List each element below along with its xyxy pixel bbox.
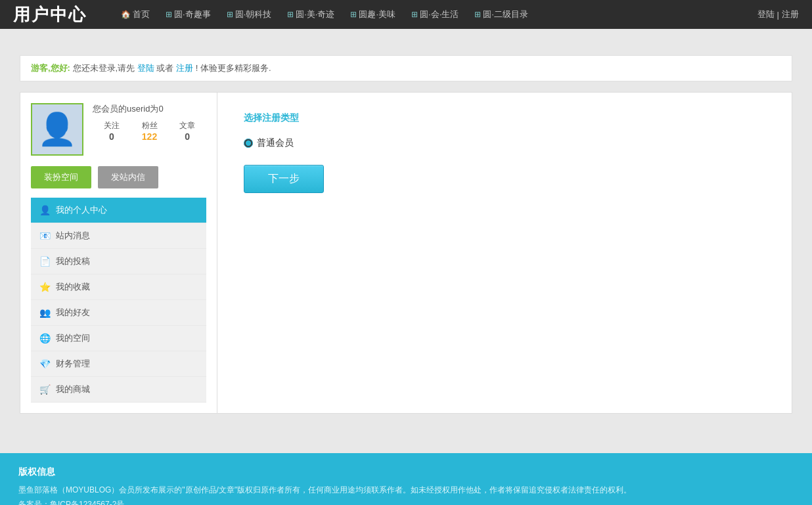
nav-item-qiqu[interactable]: ⊞ 圆·奇趣事 — [158, 9, 219, 20]
register-link[interactable]: 注册 — [782, 9, 799, 20]
guest-login-link[interactable]: 登陆 — [137, 63, 154, 73]
nav-item-shenghuo[interactable]: ⊞ 圆·会·生活 — [403, 9, 466, 20]
stats-row: 关注 0 粉丝 122 文章 0 — [93, 120, 206, 142]
messages-icon: 📧 — [39, 231, 51, 241]
sidebar-item-favorites[interactable]: ⭐ 我的收藏 — [31, 274, 206, 300]
footer: 版权信息 墨鱼部落格（MOYUBLOG）会员所发布展示的"原创作品/文章"版权归… — [0, 453, 812, 505]
grid-icon-4: ⊞ — [350, 10, 357, 19]
main-nav: 🏠 首页 ⊞ 圆·奇趣事 ⊞ 圆·朝科技 ⊞ 圆·美·奇迹 ⊞ 圆趣·美味 ⊞ … — [113, 9, 757, 20]
nav-item-home[interactable]: 🏠 首页 — [113, 9, 158, 20]
sidebar-item-messages[interactable]: 📧 站内消息 — [31, 223, 206, 249]
auth-divider: | — [777, 10, 779, 20]
shop-icon: 🛒 — [39, 384, 51, 395]
footer-line1: 墨鱼部落格（MOYUBLOG）会员所发布展示的"原创作品/文章"版权归原作者所有… — [18, 483, 794, 498]
sidebar-label-favorites: 我的收藏 — [56, 281, 90, 293]
guest-register-link[interactable]: 注册 — [176, 63, 193, 73]
login-link[interactable]: 登陆 — [757, 9, 775, 20]
profile-buttons: 装扮空间 发站内信 — [31, 166, 206, 188]
space-icon: 🌐 — [39, 333, 51, 343]
send-message-button[interactable]: 发站内信 — [98, 166, 158, 188]
radio-option-normal[interactable]: 普通会员 — [244, 137, 765, 149]
nav-label-home: 首页 — [133, 9, 150, 20]
nav-label-meishi: 圆趣·美味 — [359, 9, 395, 20]
sidebar-item-space[interactable]: 🌐 我的空间 — [31, 326, 206, 351]
sidebar: 👤 您会员的userid为0 关注 0 粉丝 122 — [20, 93, 217, 413]
userid-text: 您会员的userid为0 — [93, 103, 206, 115]
sidebar-item-finance[interactable]: 💎 财务管理 — [31, 351, 206, 377]
sidebar-label-contributions: 我的投稿 — [56, 255, 90, 267]
profile-section: 👤 您会员的userid为0 关注 0 粉丝 122 — [31, 103, 206, 156]
stat-fans-label: 粉丝 — [142, 121, 158, 130]
contributions-icon: 📄 — [39, 256, 51, 267]
next-step-button[interactable]: 下一步 — [244, 165, 324, 193]
sidebar-item-friends[interactable]: 👥 我的好友 — [31, 300, 206, 326]
nav-item-keji[interactable]: ⊞ 圆·朝科技 — [219, 9, 280, 20]
nav-label-mulu: 圆·二级目录 — [483, 9, 528, 20]
sidebar-item-shop[interactable]: 🛒 我的商城 — [31, 377, 206, 403]
stat-fans-value: 122 — [131, 131, 169, 142]
main-wrapper: 游客,您好: 您还未登录,请先 登陆 或者 注册 ! 体验更多精彩服务. 👤 您… — [20, 42, 792, 433]
grid-icon-6: ⊞ — [474, 10, 481, 19]
radio-normal-member[interactable] — [244, 139, 253, 148]
sidebar-menu: 👤 我的个人中心 📧 站内消息 📄 我的投稿 ⭐ 我的收藏 👥 — [31, 198, 206, 403]
register-type-title: 选择注册类型 — [244, 112, 765, 124]
avatar: 👤 — [31, 103, 83, 156]
nav-label-shenghuo: 圆·会·生活 — [420, 9, 459, 20]
stat-follow-value: 0 — [93, 131, 131, 142]
grid-icon-2: ⊞ — [227, 10, 233, 19]
content-area: 👤 您会员的userid为0 关注 0 粉丝 122 — [20, 92, 792, 414]
personal-center-icon: 👤 — [39, 205, 51, 215]
sidebar-item-personal-center[interactable]: 👤 我的个人中心 — [31, 198, 206, 223]
guest-message: 您还未登录,请先 — [73, 63, 135, 73]
grid-icon-5: ⊞ — [411, 10, 418, 19]
auth-links: 登陆 | 注册 — [757, 9, 799, 20]
stat-articles: 文章 0 — [168, 120, 206, 142]
nav-label-qiqu: 圆·奇趣事 — [174, 9, 211, 20]
friends-icon: 👥 — [39, 307, 51, 318]
guest-notice: 游客,您好: 您还未登录,请先 登陆 或者 注册 ! 体验更多精彩服务. — [20, 55, 792, 81]
favorites-icon: ⭐ — [39, 282, 51, 292]
sidebar-label-space: 我的空间 — [56, 332, 90, 344]
decorate-space-button[interactable]: 装扮空间 — [31, 166, 91, 188]
site-title: 用户中心 — [13, 3, 87, 26]
footer-title: 版权信息 — [18, 466, 794, 478]
nav-item-mulu[interactable]: ⊞ 圆·二级目录 — [466, 9, 536, 20]
stat-articles-label: 文章 — [179, 121, 195, 130]
nav-label-keji: 圆·朝科技 — [235, 9, 272, 20]
stat-follow: 关注 0 — [93, 120, 131, 142]
grid-icon-1: ⊞ — [166, 10, 172, 19]
radio-normal-label: 普通会员 — [257, 137, 294, 149]
home-icon: 🏠 — [121, 10, 131, 19]
stat-fans: 粉丝 122 — [131, 120, 169, 142]
nav-item-meishi[interactable]: ⊞ 圆趣·美味 — [342, 9, 403, 20]
avatar-icon: 👤 — [37, 111, 77, 148]
sidebar-label-messages: 站内消息 — [56, 230, 90, 242]
grid-icon-3: ⊞ — [287, 10, 294, 19]
sidebar-label-shop: 我的商城 — [56, 384, 90, 395]
finance-icon: 💎 — [39, 359, 51, 369]
footer-line2: 备案号：鲁ICP备1234567-2号 — [18, 498, 794, 505]
stat-articles-value: 0 — [168, 131, 206, 142]
profile-info: 您会员的userid为0 关注 0 粉丝 122 文章 0 — [93, 103, 206, 142]
guest-middle: 或者 — [156, 63, 173, 73]
sidebar-label-personal-center: 我的个人中心 — [56, 204, 107, 216]
guest-greeting: 游客,您好: — [31, 63, 70, 73]
nav-item-meiji[interactable]: ⊞ 圆·美·奇迹 — [279, 9, 342, 20]
stat-follow-label: 关注 — [104, 121, 120, 130]
sidebar-label-finance: 财务管理 — [56, 358, 90, 370]
header: 用户中心 🏠 首页 ⊞ 圆·奇趣事 ⊞ 圆·朝科技 ⊞ 圆·美·奇迹 ⊞ 圆趣·… — [0, 0, 812, 29]
guest-suffix: ! 体验更多精彩服务. — [196, 63, 271, 73]
sidebar-item-contributions[interactable]: 📄 我的投稿 — [31, 249, 206, 274]
nav-label-meiji: 圆·美·奇迹 — [296, 9, 334, 20]
sidebar-label-friends: 我的好友 — [56, 307, 90, 318]
right-content: 选择注册类型 普通会员 下一步 — [217, 93, 792, 413]
